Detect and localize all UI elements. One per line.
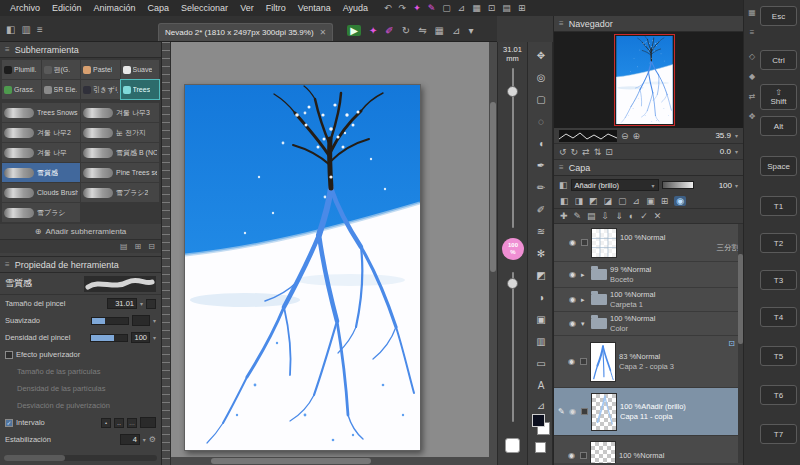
flip-horizontal-icon[interactable]: ⇄ — [582, 147, 590, 157]
panel-menu-icon[interactable]: ≡ — [559, 19, 564, 28]
key-t3[interactable]: T3 — [760, 270, 797, 290]
visibility-eye-icon[interactable]: ◉ — [569, 270, 578, 279]
subtool-category-sr-ele[interactable]: SR Ele. — [42, 80, 81, 99]
dropdown-icon[interactable]: ▾ — [140, 300, 143, 307]
subtool-category-gpen[interactable]: 펜(G. — [42, 60, 81, 79]
pan-icon[interactable]: ✥ — [747, 112, 757, 121]
selection-pen-icon[interactable]: ✎ — [428, 0, 436, 16]
frame-tool-icon[interactable]: ▭ — [528, 358, 554, 369]
dropdown-icon[interactable]: ▾ — [153, 317, 156, 324]
brush-item-snow-texture[interactable]: 雪質感 — [2, 163, 80, 182]
reference-layer-icon[interactable]: ▣ — [646, 196, 655, 206]
spray-effect-checkbox[interactable] — [5, 351, 13, 359]
canvas-viewport[interactable] — [162, 42, 497, 465]
canvas-vertical-scrollbar[interactable] — [489, 42, 497, 465]
palette-color-icon[interactable]: ◧ — [560, 196, 569, 206]
zoom-in-icon[interactable]: ⊕ — [633, 131, 641, 141]
selection-wand-icon[interactable]: ✦ — [413, 0, 421, 16]
layer-row-boceto[interactable]: ◉ ▸ 99 %Normal Boceto — [554, 262, 743, 288]
key-t7[interactable]: T7 — [760, 424, 797, 444]
collapse-panel-icon[interactable]: ◧ — [6, 24, 15, 35]
blend-mode-select[interactable]: Añadir (brillo) ▾ — [571, 179, 659, 191]
smoothing-value[interactable] — [132, 315, 150, 326]
pencil-tool-icon[interactable]: ✏ — [528, 182, 554, 193]
menu-archivo[interactable]: Archivo — [4, 0, 46, 16]
brush-item-winter-tree[interactable]: 겨울 나무 — [2, 143, 80, 162]
stabilization-value[interactable]: 4 — [120, 434, 140, 445]
ruler-icon[interactable]: ⊿ — [458, 0, 466, 16]
brush-item-snow-brush2[interactable]: 雪ブラシ2 — [81, 183, 159, 202]
ruler-tool-icon[interactable]: ⊿ — [528, 400, 554, 411]
pen-tool-icon[interactable]: ✒ — [528, 160, 554, 171]
brush-item-trees-snows[interactable]: Trees Snows — [2, 103, 80, 122]
layer-row-capa-2-copia-3[interactable]: ◉ 83 %Normal Capa 2 - copia 3 ⊡ — [554, 336, 743, 388]
property-scrollbar[interactable] — [4, 455, 157, 461]
more-options-icon[interactable]: ▾ — [468, 25, 473, 36]
create-mask-icon[interactable]: ◐ — [629, 211, 634, 221]
opacity-slider-track[interactable] — [512, 272, 514, 422]
onion-skin-icon[interactable]: ⊞ — [661, 196, 669, 206]
key-t2[interactable]: T2 — [760, 233, 797, 253]
visibility-eye-icon[interactable]: ◉ — [569, 319, 578, 328]
brush-item-snow-branch[interactable]: 눈 전가지 — [81, 123, 159, 142]
lasso-tool-icon[interactable]: ◌ — [528, 116, 554, 127]
visibility-eye-icon[interactable]: ◉ — [568, 451, 577, 460]
lock-layer-icon[interactable]: ◩ — [589, 196, 598, 206]
dropdown-icon[interactable]: ▾ — [153, 334, 156, 341]
main-color-swatch[interactable] — [532, 414, 545, 427]
layer-row-partial[interactable]: ◉ 100 %Normal — [554, 436, 743, 463]
merge-down-icon[interactable]: ⇓ — [615, 211, 623, 221]
brush-item-snow-texture-b[interactable]: 雪質感 B (NOISE) — [81, 143, 159, 162]
opacity-slider[interactable] — [662, 181, 694, 189]
select-erase-icon[interactable]: ✐ — [385, 25, 393, 36]
brush-size-slider-handle[interactable] — [507, 86, 518, 97]
visibility-eye-icon[interactable]: ◉ — [569, 238, 578, 247]
subtool-category-drag[interactable]: 引きずり — [81, 80, 120, 99]
panel-layout-icon[interactable]: ▤ — [502, 0, 511, 16]
new-folder-icon[interactable]: ▤ — [587, 211, 596, 221]
grid-icon[interactable]: ▦ — [472, 0, 481, 16]
apply-mask-icon[interactable]: ✓ — [640, 211, 648, 221]
airbrush-tool-icon[interactable]: ≋ — [528, 226, 554, 237]
key-ctrl[interactable]: Ctrl — [760, 50, 797, 70]
subtool-category-trees[interactable]: Trees — [121, 80, 160, 99]
menu-seleccionar[interactable]: Seleccionar — [175, 0, 234, 16]
brush-item-pine-trees[interactable]: Pine Trees set color — [81, 163, 159, 182]
interval-medium-icon[interactable]: ‥ — [114, 418, 124, 428]
settings-gear-icon[interactable]: ⚙ — [149, 435, 156, 444]
rotate-left-icon[interactable]: ↺ — [559, 147, 567, 157]
brush-item-snow-brush[interactable]: 雪ブラシ — [2, 203, 80, 222]
selection-tool-icon[interactable]: ▢ — [528, 94, 554, 105]
snap-ruler-icon[interactable]: ⊿ — [452, 25, 460, 36]
zoom-out-icon[interactable]: ⊖ — [621, 131, 629, 141]
brush-item-winter-tree3[interactable]: 겨울 나무3 — [81, 103, 159, 122]
clip-to-layer-icon[interactable]: ◨ — [575, 196, 584, 206]
key-space[interactable]: Space — [760, 156, 797, 176]
eyedropper-tool-icon[interactable]: ◖ — [528, 138, 554, 149]
layer-row-carpeta-1[interactable]: ◉ ▸ 100 %Normal Carpeta 1 — [554, 288, 743, 312]
blend-tool-icon[interactable]: ◑ — [528, 292, 554, 303]
flip-vertical-icon[interactable]: ⇅ — [594, 147, 602, 157]
snap-icon[interactable]: ⊡ — [488, 0, 496, 16]
collapse-arrow-icon[interactable]: ▾ — [581, 320, 588, 328]
text-tool-icon[interactable]: A — [528, 380, 554, 391]
flip-view-icon[interactable]: ⇋ — [418, 25, 426, 36]
smoothing-slider[interactable] — [91, 317, 129, 325]
menu-edicion[interactable]: Edición — [46, 0, 88, 16]
key-t4[interactable]: T4 — [760, 307, 797, 327]
key-shift[interactable]: ⇧ Shift — [760, 84, 797, 110]
panel-menu-icon[interactable]: ≡ — [37, 24, 43, 35]
interval-checkbox[interactable]: ✓ — [5, 419, 13, 427]
canvas-horizontal-scrollbar[interactable] — [171, 457, 489, 465]
fill-tool-icon[interactable]: ▣ — [528, 314, 554, 325]
delete-layer-icon[interactable]: ✕ — [654, 211, 662, 221]
opacity-badge[interactable]: 100 % — [502, 238, 524, 260]
list-view-icon[interactable]: ≡ — [747, 28, 757, 37]
rotate-view-icon[interactable]: ↻ — [402, 25, 410, 36]
tab-close-icon[interactable]: ✕ — [320, 28, 327, 37]
flip-icon[interactable]: ⇄ — [747, 92, 757, 101]
subtool-category-grass[interactable]: Grass. — [2, 80, 41, 99]
key-alt[interactable]: Alt — [760, 116, 797, 136]
size-unit-button[interactable] — [146, 299, 156, 309]
layer-checkbox[interactable] — [580, 452, 587, 459]
